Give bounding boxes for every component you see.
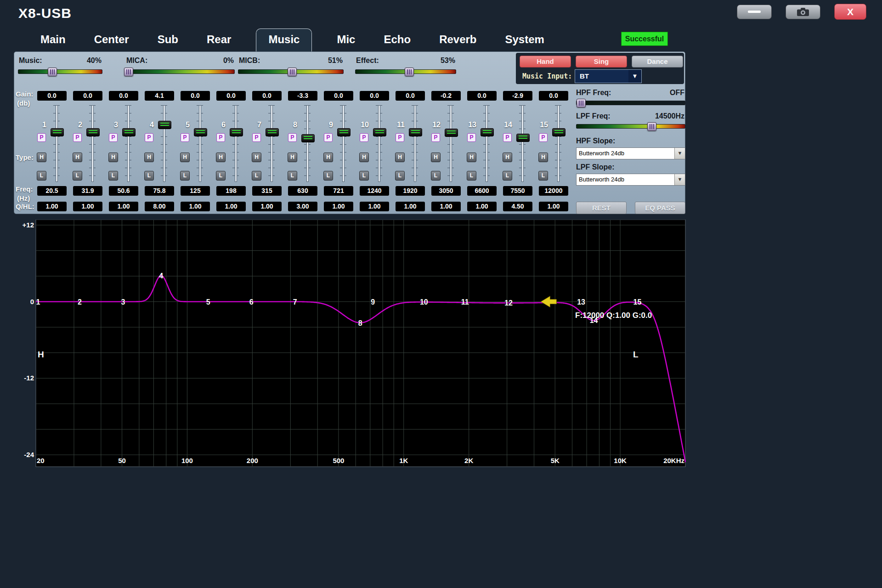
tab-rear[interactable]: Rear bbox=[203, 29, 235, 51]
band-slider-handle[interactable] bbox=[86, 128, 100, 136]
slider-knob[interactable] bbox=[405, 68, 414, 76]
band-lpf-type-button[interactable]: L bbox=[216, 171, 226, 181]
band-lpf-type-button[interactable]: L bbox=[467, 171, 476, 181]
band-point-label[interactable]: 15 bbox=[633, 298, 642, 306]
mixer-mica-slider[interactable] bbox=[125, 69, 235, 74]
mixer-music-slider[interactable] bbox=[18, 69, 102, 74]
band-slider-handle[interactable] bbox=[230, 128, 243, 136]
band-lpf-type-button[interactable]: L bbox=[431, 171, 441, 181]
band-point-label[interactable]: 10 bbox=[420, 298, 428, 306]
mode-button-hand[interactable]: Hand bbox=[520, 56, 571, 68]
tab-sub[interactable]: Sub bbox=[154, 29, 182, 51]
band-hpf-type-button[interactable]: H bbox=[431, 153, 441, 162]
mixer-micb-slider[interactable] bbox=[238, 69, 344, 74]
band-slider[interactable] bbox=[519, 105, 526, 182]
band-slider[interactable] bbox=[89, 105, 96, 182]
band-lpf-type-button[interactable]: L bbox=[323, 171, 333, 181]
band-slider[interactable] bbox=[161, 105, 167, 182]
band-p-button[interactable]: P bbox=[324, 133, 333, 142]
band-point-label[interactable]: 5 bbox=[206, 298, 210, 306]
hpf-freq-slider[interactable] bbox=[576, 101, 685, 105]
band-p-button[interactable]: P bbox=[73, 133, 82, 142]
band-hpf-type-button[interactable]: H bbox=[144, 153, 154, 162]
band-point-label[interactable]: 7 bbox=[293, 298, 297, 306]
slider-knob[interactable] bbox=[288, 68, 297, 76]
tab-system[interactable]: System bbox=[502, 29, 548, 51]
band-hpf-type-button[interactable]: H bbox=[252, 153, 261, 162]
tab-echo[interactable]: Echo bbox=[380, 29, 414, 51]
mode-button-sing[interactable]: Sing bbox=[576, 56, 627, 68]
band-p-button[interactable]: P bbox=[503, 133, 512, 142]
band-hpf-type-button[interactable]: H bbox=[538, 153, 548, 162]
hpf-slider-knob[interactable] bbox=[577, 99, 586, 107]
band-hpf-type-button[interactable]: H bbox=[395, 153, 405, 162]
band-lpf-type-button[interactable]: L bbox=[252, 171, 261, 181]
band-slider-handle[interactable] bbox=[373, 128, 386, 136]
band-slider-handle[interactable] bbox=[516, 134, 530, 142]
band-slider[interactable] bbox=[376, 105, 382, 182]
band-slider[interactable] bbox=[340, 105, 346, 182]
slider-knob[interactable] bbox=[48, 68, 57, 76]
band-hpf-type-button[interactable]: H bbox=[323, 153, 333, 162]
band-slider-handle[interactable] bbox=[301, 134, 315, 142]
band-lpf-type-button[interactable]: L bbox=[288, 171, 297, 181]
band-slider-handle[interactable] bbox=[122, 128, 136, 136]
band-slider[interactable] bbox=[53, 105, 60, 182]
lpf-slope-select[interactable]: Butterworth 24db▼ bbox=[576, 174, 685, 186]
tab-music[interactable]: Music bbox=[256, 28, 312, 51]
band-hpf-type-button[interactable]: H bbox=[467, 153, 476, 162]
band-hpf-type-button[interactable]: H bbox=[108, 153, 118, 162]
band-point-label[interactable]: 13 bbox=[577, 298, 585, 306]
band-slider[interactable] bbox=[125, 105, 131, 182]
tab-reverb[interactable]: Reverb bbox=[435, 29, 480, 51]
band-slider-handle[interactable] bbox=[445, 129, 458, 137]
band-lpf-type-button[interactable]: L bbox=[37, 171, 46, 181]
band-p-button[interactable]: P bbox=[37, 133, 46, 142]
band-hpf-type-button[interactable]: H bbox=[73, 153, 82, 162]
band-hpf-type-button[interactable]: H bbox=[359, 153, 369, 162]
band-hpf-type-button[interactable]: H bbox=[216, 153, 226, 162]
band-slider-handle[interactable] bbox=[409, 128, 422, 136]
band-lpf-type-button[interactable]: L bbox=[503, 171, 512, 181]
close-button[interactable]: X bbox=[834, 4, 866, 20]
band-lpf-type-button[interactable]: L bbox=[180, 171, 190, 181]
lpf-marker[interactable]: L bbox=[633, 350, 639, 359]
band-lpf-type-button[interactable]: L bbox=[144, 171, 154, 181]
screenshot-button[interactable] bbox=[786, 5, 820, 19]
band-p-button[interactable]: P bbox=[216, 133, 225, 142]
band-hpf-type-button[interactable]: H bbox=[37, 153, 46, 162]
lpf-freq-slider[interactable] bbox=[576, 124, 685, 129]
band-p-button[interactable]: P bbox=[431, 133, 440, 142]
hpf-slope-select[interactable]: Butterworth 24db▼ bbox=[576, 147, 685, 159]
band-point-label[interactable]: 1 bbox=[36, 298, 40, 306]
band-p-button[interactable]: P bbox=[288, 133, 297, 142]
band-slider-handle[interactable] bbox=[552, 128, 565, 136]
hpf-marker[interactable]: H bbox=[38, 350, 44, 359]
band-p-button[interactable]: P bbox=[181, 133, 189, 142]
band-p-button[interactable]: P bbox=[360, 133, 368, 142]
band-p-button[interactable]: P bbox=[539, 133, 548, 142]
band-point-label[interactable]: 12 bbox=[504, 299, 513, 307]
band-p-button[interactable]: P bbox=[467, 133, 476, 142]
band-point-label[interactable]: 2 bbox=[78, 298, 82, 306]
band-slider-handle[interactable] bbox=[194, 128, 207, 136]
band-lpf-type-button[interactable]: L bbox=[108, 171, 118, 181]
band-hpf-type-button[interactable]: H bbox=[180, 153, 190, 162]
mode-button-dance[interactable]: Dance bbox=[632, 56, 683, 68]
band-slider-handle[interactable] bbox=[266, 128, 279, 136]
mixer-effect-slider[interactable] bbox=[355, 69, 456, 74]
band-slider[interactable] bbox=[268, 105, 275, 182]
band-slider[interactable] bbox=[197, 105, 203, 182]
band-slider-handle[interactable] bbox=[51, 128, 64, 136]
band-p-button[interactable]: P bbox=[252, 133, 261, 142]
band-lpf-type-button[interactable]: L bbox=[395, 171, 405, 181]
band-slider[interactable] bbox=[304, 105, 311, 182]
band-slider[interactable] bbox=[483, 105, 490, 182]
minimize-button[interactable] bbox=[737, 5, 772, 19]
band-lpf-type-button[interactable]: L bbox=[359, 171, 369, 181]
band-lpf-type-button[interactable]: L bbox=[73, 171, 82, 181]
lpf-slider-knob[interactable] bbox=[647, 122, 656, 131]
band-slider[interactable] bbox=[447, 105, 454, 182]
band-point-label[interactable]: 3 bbox=[121, 298, 125, 306]
slider-knob[interactable] bbox=[124, 68, 133, 76]
